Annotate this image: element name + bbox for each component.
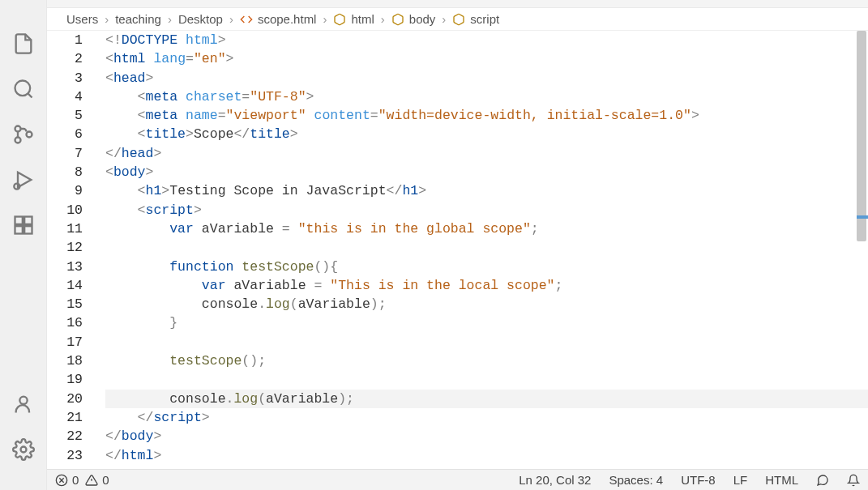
line-number: 23 <box>47 446 83 465</box>
line-number: 9 <box>47 181 83 200</box>
code-line[interactable]: <body> <box>105 163 868 181</box>
line-number: 6 <box>47 125 83 143</box>
extensions-icon[interactable] <box>12 214 35 236</box>
code-line[interactable]: function testScope(){ <box>105 258 868 276</box>
svg-rect-10 <box>24 226 32 233</box>
svg-line-1 <box>28 93 32 97</box>
breadcrumb-item[interactable]: script <box>452 12 499 26</box>
status-warnings[interactable]: 0 <box>85 473 109 487</box>
code-line[interactable]: <h1>Testing Scope in JavaScript</h1> <box>105 181 868 200</box>
line-number: 20 <box>47 390 83 408</box>
breadcrumb-separator: › <box>381 12 385 26</box>
breadcrumb-item[interactable]: scope.html <box>240 12 317 26</box>
status-eol[interactable]: LF <box>733 473 748 487</box>
scrollbar-thumb[interactable] <box>857 31 866 241</box>
breadcrumb-label: Users <box>66 12 98 26</box>
breadcrumb-label: script <box>470 12 499 26</box>
status-language[interactable]: HTML <box>765 473 798 487</box>
code-line[interactable]: <meta name="viewport" content="width=dev… <box>105 106 868 125</box>
line-number: 5 <box>47 106 83 125</box>
code-content[interactable]: <!DOCTYPE html><html lang="en"><head> <m… <box>105 31 868 469</box>
code-line[interactable] <box>105 370 868 389</box>
code-line[interactable]: </html> <box>105 446 868 465</box>
line-number: 8 <box>47 163 83 181</box>
breadcrumb-separator: › <box>323 12 327 26</box>
code-line[interactable]: var aVariable = "This is in the local sc… <box>105 276 868 295</box>
code-line[interactable]: var aVariable = "this is in the global s… <box>105 219 868 238</box>
run-debug-icon[interactable] <box>12 168 35 191</box>
svg-rect-7 <box>15 217 22 224</box>
code-line[interactable]: </script> <box>105 408 868 427</box>
status-errors[interactable]: 0 <box>55 473 79 487</box>
activity-bar <box>0 0 47 490</box>
editor-pane: Users›teaching›Desktop›scope.html›html›b… <box>47 0 868 490</box>
code-line[interactable]: <title>Scope</title> <box>105 125 868 143</box>
breadcrumb-separator: › <box>105 12 109 26</box>
breadcrumb-label: body <box>409 12 436 26</box>
line-number: 3 <box>47 69 83 87</box>
breadcrumb-item[interactable]: Users <box>66 12 98 26</box>
code-line[interactable]: </body> <box>105 427 868 445</box>
status-encoding[interactable]: UTF-8 <box>681 473 716 487</box>
tab-strip[interactable] <box>47 0 868 8</box>
status-indent[interactable]: Spaces: 4 <box>609 473 663 487</box>
code-line[interactable]: } <box>105 313 868 332</box>
breadcrumb-item[interactable]: Desktop <box>178 12 223 26</box>
code-line[interactable]: <meta charset="UTF-8"> <box>105 87 868 106</box>
line-number: 12 <box>47 238 83 257</box>
svg-point-2 <box>15 126 20 132</box>
explorer-icon[interactable] <box>12 32 35 55</box>
line-gutter: 1234567891011121314151617181920212223 <box>47 31 105 469</box>
breadcrumb-label: teaching <box>115 12 161 26</box>
settings-gear-icon[interactable] <box>12 438 35 461</box>
search-icon[interactable] <box>12 78 35 100</box>
source-control-icon[interactable] <box>12 123 35 146</box>
code-line[interactable]: </head> <box>105 144 868 163</box>
line-number: 18 <box>47 352 83 370</box>
svg-point-11 <box>19 397 27 404</box>
svg-point-0 <box>15 81 30 96</box>
line-number: 10 <box>47 201 83 219</box>
breadcrumb[interactable]: Users›teaching›Desktop›scope.html›html›b… <box>47 8 868 31</box>
code-line[interactable]: <script> <box>105 201 868 219</box>
line-number: 11 <box>47 219 83 238</box>
code-line[interactable] <box>105 238 868 257</box>
vertical-scrollbar[interactable] <box>857 31 868 469</box>
line-number: 21 <box>47 408 83 427</box>
breadcrumb-separator: › <box>442 12 446 26</box>
line-number: 7 <box>47 144 83 163</box>
code-line[interactable]: console.log(aVariable); <box>105 295 868 313</box>
line-number: 14 <box>47 276 83 295</box>
line-number: 17 <box>47 333 83 352</box>
bell-icon[interactable] <box>847 474 860 487</box>
svg-point-12 <box>20 447 26 453</box>
breadcrumb-item[interactable]: html <box>333 12 374 26</box>
code-line[interactable]: testScope(); <box>105 352 868 370</box>
code-line[interactable]: <html lang="en"> <box>105 49 868 68</box>
feedback-icon[interactable] <box>816 474 829 487</box>
status-cursor[interactable]: Ln 20, Col 32 <box>519 473 591 487</box>
svg-point-4 <box>26 132 32 138</box>
code-line[interactable]: <!DOCTYPE html> <box>105 31 868 49</box>
code-line[interactable]: console.log(aVariable); <box>105 390 868 408</box>
code-line[interactable]: <head> <box>105 69 868 87</box>
code-editor[interactable]: 1234567891011121314151617181920212223 <!… <box>47 31 868 469</box>
line-number: 13 <box>47 258 83 276</box>
breadcrumb-separator: › <box>229 12 233 26</box>
line-number: 15 <box>47 295 83 313</box>
line-number: 4 <box>47 87 83 106</box>
breadcrumb-label: Desktop <box>178 12 223 26</box>
line-number: 2 <box>47 49 83 68</box>
line-number: 16 <box>47 313 83 332</box>
svg-rect-8 <box>24 217 32 224</box>
breadcrumb-label: scope.html <box>258 12 317 26</box>
breadcrumb-label: html <box>351 12 374 26</box>
line-number: 22 <box>47 427 83 445</box>
code-line[interactable] <box>105 333 868 352</box>
breadcrumb-item[interactable]: teaching <box>115 12 161 26</box>
svg-point-6 <box>14 184 19 190</box>
breadcrumb-item[interactable]: body <box>391 12 436 26</box>
line-number: 19 <box>47 370 83 389</box>
breadcrumb-separator: › <box>168 12 172 26</box>
accounts-icon[interactable] <box>12 393 35 415</box>
